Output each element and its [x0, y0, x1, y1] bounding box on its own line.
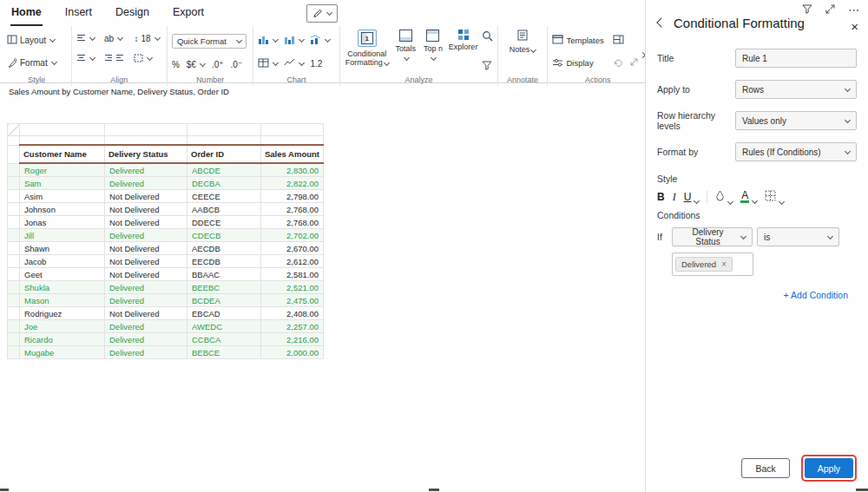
cell-sales-amount[interactable]: 2,475.00	[261, 294, 324, 307]
format-by-select[interactable]: Rules (If Conditions)	[735, 142, 857, 161]
table-row[interactable]: Ricardo Delivered CCBCA 2,216.00	[8, 333, 324, 346]
filter-button[interactable]	[482, 61, 493, 72]
cell-delivery-status[interactable]: Delivered	[105, 177, 187, 190]
panel-back-button[interactable]	[656, 21, 665, 26]
cell-customer-name[interactable]: Asim	[20, 190, 105, 203]
cell-sales-amount[interactable]: 2,581.00	[261, 268, 324, 281]
menu-tab[interactable]: Design	[115, 0, 150, 26]
table-row[interactable]: Mugabe Delivered BEBCE 2,000.00	[8, 346, 324, 359]
cell-customer-name[interactable]: Johnson	[20, 203, 105, 216]
row-height-button[interactable]: ↕ 18	[134, 34, 162, 43]
column-chart-button[interactable]	[284, 35, 304, 47]
table-row[interactable]: Jill Delivered CDECB 2,702.00	[8, 229, 324, 242]
cell-customer-name[interactable]: Roger	[20, 163, 105, 177]
increase-decimal-button[interactable]: .0⁺	[212, 60, 224, 69]
search-button[interactable]	[482, 30, 493, 43]
trend-chart-button[interactable]	[284, 58, 304, 69]
apply-to-select[interactable]: Rows	[735, 80, 857, 99]
cell-delivery-status[interactable]: Not Delivered	[105, 216, 187, 229]
column-header[interactable]: Order ID	[187, 145, 261, 163]
cell-order-id[interactable]: CEECE	[187, 190, 261, 203]
condition-dimension-select[interactable]: Delivery Status	[672, 227, 753, 246]
currency-button[interactable]: $€	[187, 60, 205, 69]
panel-close-button[interactable]: ×	[851, 20, 858, 33]
cell-customer-name[interactable]: Jacob	[20, 255, 105, 268]
cell-order-id[interactable]: EECDB	[187, 255, 261, 268]
table-row[interactable]: Geet Not Delivered BBAAC 2,581.00	[8, 268, 324, 281]
table-row[interactable]: Sam Delivered DECBA 2,822.00	[8, 177, 324, 190]
table-row[interactable]: Jacob Not Delivered EECDB 2,612.00	[8, 255, 324, 268]
bar-chart-button[interactable]	[258, 35, 278, 47]
empty-header-cell[interactable]	[261, 124, 324, 136]
cell-order-id[interactable]: BCDEA	[187, 294, 261, 307]
add-condition-link[interactable]: + Add Condition	[784, 290, 848, 300]
cell-customer-name[interactable]: Mason	[20, 294, 105, 307]
cell-sales-amount[interactable]: 2,822.00	[261, 177, 324, 190]
cell-delivery-status[interactable]: Not Delivered	[105, 242, 187, 255]
scrollbar-mark[interactable]	[0, 489, 9, 491]
cell-sales-amount[interactable]: 2,768.00	[261, 216, 324, 229]
column-header[interactable]: Customer Name	[20, 145, 105, 163]
borders-button[interactable]	[765, 190, 784, 204]
cell-order-id[interactable]: EBCAD	[187, 307, 261, 320]
cell-order-id[interactable]: ABCDE	[187, 163, 261, 177]
reset-button[interactable]	[613, 57, 623, 69]
cell-customer-name[interactable]: Geet	[20, 268, 105, 281]
table-row[interactable]: Johnson Not Delivered AABCB 2,768.00	[8, 203, 324, 216]
cell-sales-amount[interactable]: 2,612.00	[261, 255, 324, 268]
cell-customer-name[interactable]: Rodriguez	[20, 307, 105, 320]
percent-button[interactable]: %	[172, 60, 180, 69]
horizontal-align-button[interactable]	[76, 34, 97, 43]
format-button[interactable]: Format	[7, 57, 56, 69]
cell-customer-name[interactable]: Shukla	[20, 281, 105, 294]
rule-title-input[interactable]	[735, 49, 857, 68]
column-header[interactable]: Sales Amount	[261, 145, 324, 163]
cell-order-id[interactable]: BEBCE	[187, 346, 261, 359]
cell-customer-name[interactable]: Jill	[20, 229, 105, 242]
table-row[interactable]: Jonas Not Delivered DDECE 2,768.00	[8, 216, 324, 229]
cell-delivery-status[interactable]: Delivered	[105, 229, 187, 242]
cell-order-id[interactable]: CCBCA	[187, 333, 261, 346]
cell-order-id[interactable]: CDECB	[187, 229, 261, 242]
apply-button[interactable]: Apply	[805, 458, 853, 478]
menu-tab[interactable]: Export	[172, 0, 205, 26]
cell-delivery-status[interactable]: Not Delivered	[105, 203, 187, 216]
quick-format-dropdown[interactable]: Quick Format	[172, 34, 247, 49]
wrap-text-button[interactable]: ab	[104, 34, 127, 43]
cell-sales-amount[interactable]: 2,670.00	[261, 242, 324, 255]
empty-header-cell[interactable]	[187, 124, 261, 136]
table-row[interactable]: Rodriguez Not Delivered EBCAD 2,408.00	[8, 307, 324, 320]
panel-expand-button[interactable]	[825, 4, 835, 16]
table-row[interactable]: Roger Delivered ABCDE 2,830.00	[8, 163, 324, 177]
cell-sales-amount[interactable]: 2,000.00	[261, 346, 324, 359]
panel-filter-button[interactable]	[802, 4, 812, 16]
top-n-button[interactable]: Top n	[422, 29, 444, 62]
fill-color-button[interactable]	[715, 190, 733, 204]
decrease-decimal-button[interactable]: .0⁻	[231, 60, 243, 69]
display-button[interactable]: Display	[552, 57, 604, 69]
cell-order-id[interactable]: AABCB	[187, 203, 261, 216]
cell-sales-amount[interactable]: 2,798.00	[261, 190, 324, 203]
cell-delivery-status[interactable]: Delivered	[105, 294, 187, 307]
table-row[interactable]: Shukla Delivered BEEBC 2,521.00	[8, 281, 324, 294]
condition-operator-select[interactable]: is	[757, 227, 839, 246]
scrollbar-mark[interactable]	[856, 489, 868, 491]
menu-tab[interactable]: Insert	[64, 0, 93, 26]
chip-remove-icon[interactable]: ×	[721, 260, 727, 269]
cell-customer-name[interactable]: Mugabe	[20, 346, 105, 359]
table-corner-cell[interactable]	[8, 124, 20, 136]
bold-button[interactable]: B	[657, 191, 665, 203]
cell-sales-amount[interactable]: 2,408.00	[261, 307, 324, 320]
cell-sales-amount[interactable]: 2,521.00	[261, 281, 324, 294]
cell-delivery-status[interactable]: Delivered	[105, 320, 187, 333]
cell-customer-name[interactable]: Joe	[20, 320, 105, 333]
cell-delivery-status[interactable]: Not Delivered	[105, 268, 187, 281]
column-header[interactable]: Delivery Status	[105, 145, 187, 163]
table-view-button[interactable]	[258, 58, 278, 69]
cell-order-id[interactable]: AWEDC	[187, 320, 261, 333]
row-hierarchy-select[interactable]: Values only	[735, 111, 857, 130]
cell-sales-amount[interactable]: 2,216.00	[261, 333, 324, 346]
empty-header-cell[interactable]	[20, 124, 105, 136]
cell-delivery-status[interactable]: Not Delivered	[105, 255, 187, 268]
underline-button[interactable]: U	[684, 191, 700, 203]
